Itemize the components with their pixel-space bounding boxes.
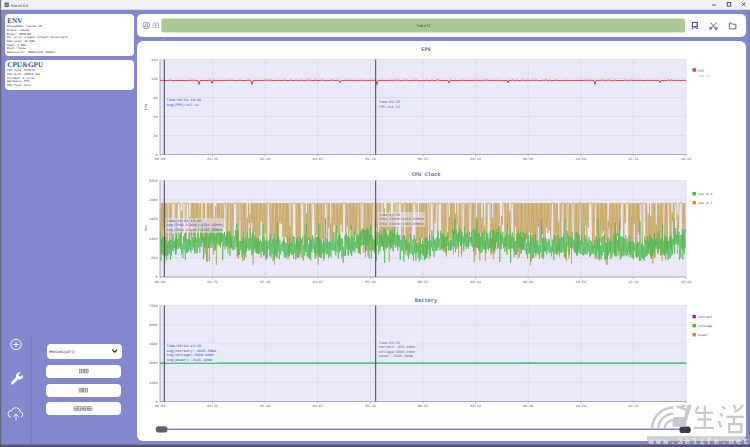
svg-text:01:22: 01:22 <box>207 404 218 409</box>
svg-text:ENV: ENV <box>7 17 23 25</box>
svg-text:Hardware: MTK: Hardware: MTK <box>7 79 30 83</box>
svg-text:CPU4 clock:1300.00MHz: CPU4 clock:1300.00MHz <box>379 222 424 227</box>
svg-text:0: 0 <box>155 400 157 405</box>
svg-text:1950: 1950 <box>149 217 157 222</box>
svg-text:4500: 4500 <box>149 342 157 347</box>
svg-text:Avg(CPU4 clock):1797.29MHz: Avg(CPU4 clock):1797.29MHz <box>167 228 223 233</box>
svg-text:CPU Type: MT6878: CPU Type: MT6878 <box>7 69 35 72</box>
svg-text:04:07: 04:07 <box>313 404 324 409</box>
svg-text:08:14: 08:14 <box>470 404 481 409</box>
svg-text:FPS:116.52: FPS:116.52 <box>379 105 401 110</box>
svg-text:13:43: 13:43 <box>681 280 692 285</box>
svg-text:FPS: FPS <box>144 104 149 110</box>
svg-text:cpu 4-7: cpu 4-7 <box>698 201 712 206</box>
svg-text:09:36: 09:36 <box>523 157 534 162</box>
svg-text:05:29: 05:29 <box>365 280 376 285</box>
svg-text:GPU Type: mson: GPU Type: mson <box>7 84 32 87</box>
svg-text:01:22: 01:22 <box>207 280 218 285</box>
svg-text:UI: error please contact devel: UI: error please contact developers <box>7 35 68 39</box>
svg-text:power: power <box>698 334 708 338</box>
svg-text:09:36: 09:36 <box>523 280 534 285</box>
svg-text:voltage:3000.00mV: voltage:3000.00mV <box>379 350 417 355</box>
svg-text:116.52: 116.52 <box>698 74 710 79</box>
svg-text:04:07: 04:07 <box>313 157 324 162</box>
svg-text:02:43: 02:43 <box>260 280 271 285</box>
svg-text:12:21: 12:21 <box>628 404 639 409</box>
svg-text:0: 0 <box>155 153 157 158</box>
svg-text:0: 0 <box>155 275 157 280</box>
svg-text:Model: RMX5105: Model: RMX5105 <box>7 32 32 36</box>
svg-text:www.3elife.net: www.3elife.net <box>649 437 750 447</box>
svg-text:PhoneName: realme 15: PhoneName: realme 15 <box>7 24 42 28</box>
svg-text:Time:00:04-13:43: Time:00:04-13:43 <box>167 344 202 349</box>
svg-text:Time:00:04-13:43: Time:00:04-13:43 <box>167 98 202 103</box>
svg-text:FPS: FPS <box>698 69 704 74</box>
svg-text:current:-835.00mA: current:-835.00mA <box>379 345 417 350</box>
svg-text:Avg(CPU0 clock):1231.43MHz: Avg(CPU0 clock):1231.43MHz <box>167 223 223 228</box>
svg-text:Resolution: 1080x2392 480dpi: Resolution: 1080x2392 480dpi <box>7 50 56 54</box>
svg-text:10:59: 10:59 <box>576 157 587 162</box>
svg-text:90: 90 <box>153 96 157 101</box>
svg-text:06:52: 06:52 <box>418 157 429 162</box>
svg-text:Kite v1.6.0: Kite v1.6.0 <box>11 4 28 8</box>
svg-text:Time:05:29: Time:05:29 <box>379 341 401 346</box>
svg-text:04:07: 04:07 <box>313 280 324 285</box>
svg-text:05:29: 05:29 <box>365 157 376 162</box>
svg-text:09:36: 09:36 <box>523 404 534 409</box>
svg-text:CPU&GPU: CPU&GPU <box>7 61 44 69</box>
svg-text:02:43: 02:43 <box>260 404 271 409</box>
svg-text:FPS: FPS <box>421 47 431 53</box>
svg-text:08:14: 08:14 <box>470 280 481 285</box>
svg-text:01:22: 01:22 <box>207 157 218 162</box>
svg-text:Avg(current):-1045.38mA: Avg(current):-1045.38mA <box>167 349 217 354</box>
svg-text:00:00: 00:00 <box>155 280 166 285</box>
svg-text:Ram size: 15.50G: Ram size: 15.50G <box>7 39 35 43</box>
svg-text:00:00: 00:00 <box>155 404 166 409</box>
svg-text:Avg(FPS):117.11: Avg(FPS):117.11 <box>167 103 199 108</box>
svg-text:Imgs: 6.06G: Imgs: 6.06G <box>7 44 26 47</box>
svg-text:05:29: 05:29 <box>365 404 376 409</box>
svg-text:1500: 1500 <box>149 381 157 386</box>
svg-text:power:-2505.00mW: power:-2505.00mW <box>379 354 414 359</box>
svg-text:Time:00:04-13:43: Time:00:04-13:43 <box>167 219 202 224</box>
svg-text:06:52: 06:52 <box>418 280 429 285</box>
svg-text:Time:05:29: Time:05:29 <box>379 100 401 105</box>
svg-text:13:43: 13:43 <box>681 157 692 162</box>
svg-text:voltage: voltage <box>698 324 712 329</box>
svg-text:3250: 3250 <box>149 179 157 184</box>
svg-text:current: current <box>698 315 712 320</box>
svg-text:Avg(power):-3145.13mW: Avg(power):-3145.13mW <box>167 358 213 363</box>
svg-text:MHz: MHz <box>144 225 149 231</box>
svg-text:CPU Arch: ARM64,V8a: CPU Arch: ARM64,V8a <box>7 72 40 76</box>
svg-text:Root: false: Root: false <box>7 46 26 50</box>
svg-text:30: 30 <box>153 134 157 139</box>
svg-text:650: 650 <box>151 256 157 261</box>
svg-text:150: 150 <box>151 58 157 63</box>
svg-text:Battery: Battery <box>415 298 438 304</box>
svg-text:CoreNum: 8 (era): CoreNum: 8 (era) <box>7 76 35 80</box>
svg-text:CPU Clock: CPU Clock <box>411 172 441 178</box>
svg-text:3000: 3000 <box>149 361 157 366</box>
svg-text:60: 60 <box>153 115 157 120</box>
svg-text:Time:05:29: Time:05:29 <box>379 213 401 218</box>
svg-text:6000: 6000 <box>149 323 157 328</box>
svg-text:CPU0 clock:1612.00MHz: CPU0 clock:1612.00MHz <box>379 217 424 222</box>
svg-text:12:21: 12:21 <box>628 280 639 285</box>
svg-text:1300: 1300 <box>149 237 157 242</box>
svg-text:Brand: realme: Brand: realme <box>7 28 30 32</box>
svg-text:12:21: 12:21 <box>628 157 639 162</box>
svg-text:00:00: 00:00 <box>155 157 166 162</box>
svg-text:RMX5105(WIFI): RMX5105(WIFI) <box>49 350 75 355</box>
svg-text:10:59: 10:59 <box>576 280 587 285</box>
svg-text:120: 120 <box>151 77 157 82</box>
svg-text:08:14: 08:14 <box>470 157 481 162</box>
svg-text:2600: 2600 <box>149 198 157 203</box>
svg-text:label1: label1 <box>416 24 431 29</box>
svg-text:Avg(voltage):3000.00mV: Avg(voltage):3000.00mV <box>167 353 215 358</box>
svg-text:7500: 7500 <box>149 304 157 309</box>
svg-text:06:52: 06:52 <box>418 404 429 409</box>
svg-text:10:59: 10:59 <box>576 404 587 409</box>
svg-text:cpu 0-3: cpu 0-3 <box>698 192 712 197</box>
svg-text:02:43: 02:43 <box>260 157 271 162</box>
